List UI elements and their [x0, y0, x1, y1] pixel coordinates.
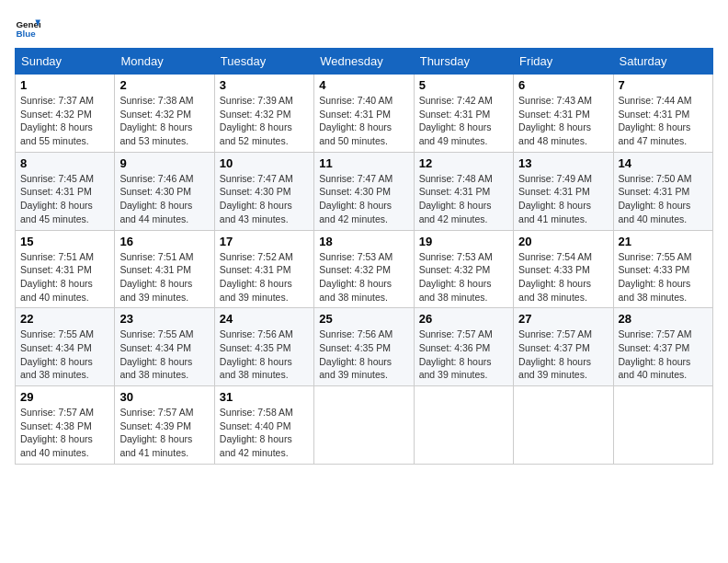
calendar-cell: 5 Sunrise: 7:42 AM Sunset: 4:31 PM Dayli… [414, 75, 513, 153]
calendar-cell: 26 Sunrise: 7:57 AM Sunset: 4:36 PM Dayl… [414, 308, 513, 386]
day-number: 20 [518, 235, 608, 248]
day-info: Sunrise: 7:43 AM Sunset: 4:31 PM Dayligh… [518, 94, 608, 148]
calendar-week-3: 15 Sunrise: 7:51 AM Sunset: 4:31 PM Dayl… [16, 230, 713, 308]
calendar-week-2: 8 Sunrise: 7:45 AM Sunset: 4:31 PM Dayli… [16, 152, 713, 230]
calendar-cell: 29 Sunrise: 7:57 AM Sunset: 4:38 PM Dayl… [16, 386, 115, 465]
day-info: Sunrise: 7:39 AM Sunset: 4:32 PM Dayligh… [220, 94, 309, 148]
calendar-cell: 1 Sunrise: 7:37 AM Sunset: 4:32 PM Dayli… [16, 75, 115, 153]
day-info: Sunrise: 7:57 AM Sunset: 4:36 PM Dayligh… [419, 327, 508, 382]
day-number: 10 [220, 156, 309, 170]
day-info: Sunrise: 7:57 AM Sunset: 4:38 PM Dayligh… [20, 406, 109, 460]
calendar-cell: 15 Sunrise: 7:51 AM Sunset: 4:31 PM Dayl… [16, 230, 115, 308]
day-info: Sunrise: 7:54 AM Sunset: 4:33 PM Dayligh… [518, 250, 608, 304]
calendar-cell: 14 Sunrise: 7:50 AM Sunset: 4:31 PM Dayl… [613, 152, 712, 230]
day-number: 23 [119, 312, 209, 326]
day-number: 8 [20, 156, 109, 170]
day-number: 11 [319, 156, 408, 170]
calendar-cell: 4 Sunrise: 7:40 AM Sunset: 4:31 PM Dayli… [314, 75, 414, 153]
day-header-tuesday: Tuesday [214, 49, 313, 75]
day-info: Sunrise: 7:49 AM Sunset: 4:31 PM Dayligh… [518, 172, 608, 226]
calendar-cell [414, 386, 513, 465]
calendar-header: SundayMondayTuesdayWednesdayThursdayFrid… [16, 49, 713, 75]
calendar-week-5: 29 Sunrise: 7:57 AM Sunset: 4:38 PM Dayl… [16, 386, 713, 465]
calendar-cell: 7 Sunrise: 7:44 AM Sunset: 4:31 PM Dayli… [613, 75, 712, 153]
day-info: Sunrise: 7:53 AM Sunset: 4:32 PM Dayligh… [319, 250, 408, 304]
day-number: 12 [419, 156, 508, 170]
day-number: 13 [518, 156, 608, 170]
day-header-monday: Monday [115, 49, 214, 75]
day-info: Sunrise: 7:47 AM Sunset: 4:30 PM Dayligh… [319, 172, 408, 226]
day-number: 25 [319, 312, 408, 326]
calendar-cell: 25 Sunrise: 7:56 AM Sunset: 4:35 PM Dayl… [314, 308, 414, 386]
day-info: Sunrise: 7:45 AM Sunset: 4:31 PM Dayligh… [20, 172, 109, 226]
day-number: 3 [220, 78, 309, 92]
day-info: Sunrise: 7:40 AM Sunset: 4:31 PM Dayligh… [319, 94, 408, 148]
day-number: 28 [619, 312, 708, 326]
calendar-cell: 24 Sunrise: 7:56 AM Sunset: 4:35 PM Dayl… [214, 308, 313, 386]
calendar-cell [613, 386, 712, 465]
calendar-table: SundayMondayTuesdayWednesdayThursdayFrid… [15, 48, 713, 465]
calendar-cell [514, 386, 613, 465]
day-number: 24 [220, 312, 309, 326]
day-info: Sunrise: 7:47 AM Sunset: 4:30 PM Dayligh… [220, 172, 309, 226]
day-info: Sunrise: 7:46 AM Sunset: 4:30 PM Dayligh… [119, 172, 209, 226]
day-info: Sunrise: 7:50 AM Sunset: 4:31 PM Dayligh… [619, 172, 708, 226]
day-number: 2 [119, 78, 209, 92]
calendar-cell: 9 Sunrise: 7:46 AM Sunset: 4:30 PM Dayli… [115, 152, 214, 230]
calendar-cell: 20 Sunrise: 7:54 AM Sunset: 4:33 PM Dayl… [514, 230, 613, 308]
day-info: Sunrise: 7:38 AM Sunset: 4:32 PM Dayligh… [119, 94, 209, 148]
calendar-cell [314, 386, 414, 465]
calendar-cell: 3 Sunrise: 7:39 AM Sunset: 4:32 PM Dayli… [214, 75, 313, 153]
day-info: Sunrise: 7:48 AM Sunset: 4:31 PM Dayligh… [419, 172, 508, 226]
calendar-cell: 6 Sunrise: 7:43 AM Sunset: 4:31 PM Dayli… [514, 75, 613, 153]
calendar-cell: 21 Sunrise: 7:55 AM Sunset: 4:33 PM Dayl… [613, 230, 712, 308]
calendar-cell: 17 Sunrise: 7:52 AM Sunset: 4:31 PM Dayl… [214, 230, 313, 308]
header: General Blue [15, 15, 713, 40]
day-number: 31 [220, 390, 309, 404]
day-info: Sunrise: 7:57 AM Sunset: 4:37 PM Dayligh… [518, 327, 608, 382]
calendar-cell: 31 Sunrise: 7:58 AM Sunset: 4:40 PM Dayl… [214, 386, 313, 465]
day-info: Sunrise: 7:56 AM Sunset: 4:35 PM Dayligh… [220, 327, 309, 382]
day-number: 9 [119, 156, 209, 170]
calendar-cell: 23 Sunrise: 7:55 AM Sunset: 4:34 PM Dayl… [115, 308, 214, 386]
day-info: Sunrise: 7:52 AM Sunset: 4:31 PM Dayligh… [220, 250, 309, 304]
calendar-cell: 16 Sunrise: 7:51 AM Sunset: 4:31 PM Dayl… [115, 230, 214, 308]
calendar-cell: 27 Sunrise: 7:57 AM Sunset: 4:37 PM Dayl… [514, 308, 613, 386]
day-info: Sunrise: 7:53 AM Sunset: 4:32 PM Dayligh… [419, 250, 508, 304]
day-number: 30 [119, 390, 209, 404]
calendar-week-1: 1 Sunrise: 7:37 AM Sunset: 4:32 PM Dayli… [16, 75, 713, 153]
day-info: Sunrise: 7:37 AM Sunset: 4:32 PM Dayligh… [20, 94, 109, 148]
day-info: Sunrise: 7:57 AM Sunset: 4:37 PM Dayligh… [619, 327, 708, 382]
day-number: 15 [20, 235, 109, 248]
day-header-sunday: Sunday [16, 49, 115, 75]
calendar-cell: 10 Sunrise: 7:47 AM Sunset: 4:30 PM Dayl… [214, 152, 313, 230]
calendar-cell: 8 Sunrise: 7:45 AM Sunset: 4:31 PM Dayli… [16, 152, 115, 230]
calendar-cell: 19 Sunrise: 7:53 AM Sunset: 4:32 PM Dayl… [414, 230, 513, 308]
day-number: 17 [220, 235, 309, 248]
svg-text:Blue: Blue [16, 29, 36, 39]
calendar-week-4: 22 Sunrise: 7:55 AM Sunset: 4:34 PM Dayl… [16, 308, 713, 386]
day-number: 27 [518, 312, 608, 326]
day-info: Sunrise: 7:55 AM Sunset: 4:33 PM Dayligh… [619, 250, 708, 304]
day-number: 19 [419, 235, 508, 248]
day-number: 7 [619, 78, 708, 92]
day-header-wednesday: Wednesday [314, 49, 414, 75]
day-number: 29 [20, 390, 109, 404]
day-number: 16 [119, 235, 209, 248]
calendar-cell: 12 Sunrise: 7:48 AM Sunset: 4:31 PM Dayl… [414, 152, 513, 230]
day-number: 21 [619, 235, 708, 248]
day-header-friday: Friday [514, 49, 613, 75]
day-number: 6 [518, 78, 608, 92]
day-number: 4 [319, 78, 408, 92]
logo-icon: General Blue [15, 15, 40, 40]
logo: General Blue [15, 15, 44, 40]
calendar-cell: 22 Sunrise: 7:55 AM Sunset: 4:34 PM Dayl… [16, 308, 115, 386]
day-header-saturday: Saturday [613, 49, 712, 75]
calendar-cell: 13 Sunrise: 7:49 AM Sunset: 4:31 PM Dayl… [514, 152, 613, 230]
day-number: 14 [619, 156, 708, 170]
day-info: Sunrise: 7:58 AM Sunset: 4:40 PM Dayligh… [220, 406, 309, 460]
calendar-cell: 2 Sunrise: 7:38 AM Sunset: 4:32 PM Dayli… [115, 75, 214, 153]
day-number: 26 [419, 312, 508, 326]
day-info: Sunrise: 7:51 AM Sunset: 4:31 PM Dayligh… [20, 250, 109, 304]
day-info: Sunrise: 7:44 AM Sunset: 4:31 PM Dayligh… [619, 94, 708, 148]
